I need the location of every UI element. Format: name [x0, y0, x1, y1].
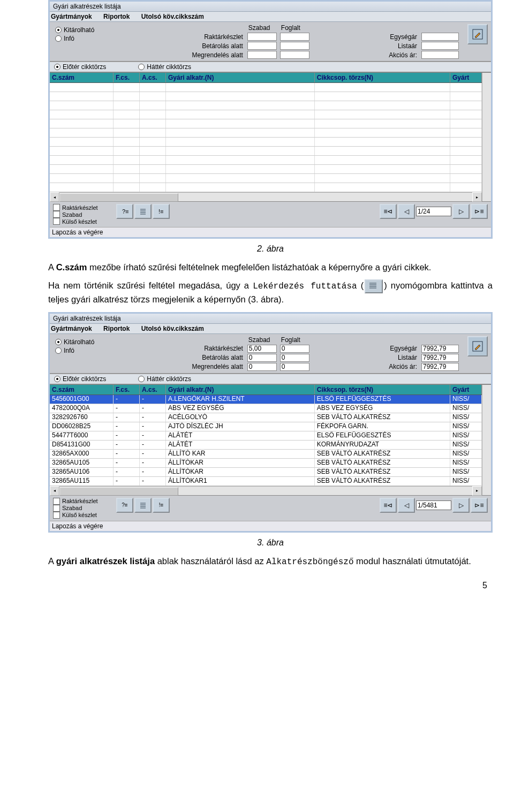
table-cell: - [114, 441, 140, 449]
input-meg-szabad[interactable] [247, 363, 277, 371]
col-gyart[interactable]: Gyárt [450, 385, 482, 394]
table-row[interactable]: D854131G00--ALÁTÉTKORMÁNYRUDAZATNISS/ [50, 441, 482, 450]
input-bet-foglalt[interactable] [280, 354, 309, 362]
label-listaar: Listaár [313, 42, 418, 50]
col-acs[interactable]: A.cs. [140, 385, 166, 394]
label-raktarkeszlet: Raktárkészlet [116, 33, 244, 41]
tab-eloter[interactable]: Előtér cikktörzs [54, 63, 106, 71]
input-akcios[interactable] [421, 363, 459, 371]
table-cell: ELSŐ FELFÜGGESZTÉS [315, 395, 450, 404]
radio-kitarolhato[interactable]: Kitárolható [55, 338, 106, 346]
prev-page-button[interactable]: ◁ [398, 204, 415, 219]
scroll-right-icon[interactable]: ▸ [472, 192, 482, 202]
run-query-button[interactable] [134, 204, 152, 219]
table-cell: 5456001G00 [50, 395, 114, 404]
input-egysegar[interactable] [421, 345, 459, 353]
chk-szabad[interactable]: Szabad [53, 211, 112, 218]
menu-item[interactable]: Gyártmányok [51, 13, 92, 20]
help-button[interactable]: ?≡ [116, 498, 133, 513]
tab-hatter[interactable]: Háttér cikktörzs [138, 375, 191, 383]
col-gyari[interactable]: Gyári alkatr.(N) [166, 385, 315, 394]
edit-button[interactable] [467, 24, 488, 44]
table-row[interactable]: 32865AU115--ÁLLÍTÓKAR1SEB VÁLTÓ ALKATRÉS… [50, 477, 482, 486]
next-page-button[interactable]: ▷ [452, 498, 470, 513]
prev-page-button[interactable]: ◁ [398, 498, 415, 513]
input-meg-foglalt[interactable] [280, 51, 309, 59]
page-indicator[interactable] [416, 500, 451, 510]
label-betarolas: Betárolás alatt [116, 354, 244, 361]
menu-item[interactable]: Utolsó köv.cikkszám [141, 13, 204, 20]
table-cell: 32865AU105 [50, 459, 114, 467]
input-akcios[interactable] [421, 51, 459, 59]
input-rk-foglalt[interactable] [280, 345, 309, 353]
input-bet-szabad[interactable] [247, 42, 277, 50]
horizontal-scrollbar[interactable]: ◂ ▸ [50, 192, 482, 201]
chk-kulso[interactable]: Külső készlet [53, 512, 112, 519]
table-row[interactable]: 4782000Q0A--ABS VEZ EGYSÉGABS VEZ EGYSÉG… [50, 404, 482, 413]
next-page-button[interactable]: ▷ [452, 204, 470, 219]
chk-kulso[interactable]: Külső készlet [53, 218, 112, 225]
chk-szabad[interactable]: Szabad [53, 505, 112, 512]
col-gyari[interactable]: Gyári alkatr.(N) [166, 73, 315, 82]
input-listaar[interactable] [421, 42, 459, 50]
scroll-left-icon[interactable]: ◂ [50, 486, 59, 496]
col-cikkcsop[interactable]: Cikkcsop. törzs(N) [315, 73, 450, 82]
menu-item[interactable]: Gyártmányok [51, 325, 92, 332]
radio-info[interactable]: Infó [55, 35, 106, 42]
input-meg-foglalt[interactable] [280, 363, 309, 371]
table-row[interactable]: 32865AU105--ÁLLÍTÓKARSEB VÁLTÓ ALKATRÉSZ… [50, 459, 482, 468]
input-rk-szabad[interactable] [247, 33, 277, 41]
table-cell: NISS/ [450, 413, 482, 422]
col-cszam[interactable]: C.szám [50, 385, 114, 394]
table-cell: NISS/ [450, 450, 482, 458]
last-page-button[interactable]: ⊳≡ [471, 498, 488, 513]
table-row[interactable]: 3282926760--ACÉLGOLYÓSEB VÁLTÓ ALKATRÉSZ… [50, 413, 482, 422]
col-cszam[interactable]: C.szám [50, 73, 114, 82]
prev-icon: ◁ [404, 208, 409, 215]
help-button[interactable]: ?≡ [116, 204, 133, 219]
input-rk-foglalt[interactable] [280, 33, 309, 41]
chk-raktarkeszlet[interactable]: Raktárkészlet [53, 204, 112, 211]
table-row[interactable]: 5456001G00--A.LENGŐKAR H.SZILENTELSŐ FEL… [50, 395, 482, 404]
radio-info[interactable]: Infó [55, 347, 106, 354]
menu-item[interactable]: Utolsó köv.cikkszám [141, 325, 204, 332]
tab-eloter[interactable]: Előtér cikktörzs [54, 375, 106, 383]
menu-item[interactable]: Riportok [103, 13, 130, 20]
table-row[interactable]: 54477T6000--ALÁTÉTELSŐ FELFÜGGESZTÉSNISS… [50, 431, 482, 441]
col-fcs[interactable]: F.cs. [114, 73, 140, 82]
input-listaar[interactable] [421, 354, 459, 362]
last-page-button[interactable]: ⊳≡ [471, 204, 488, 219]
table-cell: ALÁTÉT [166, 441, 315, 449]
first-page-button[interactable]: ≡⊲ [380, 204, 397, 219]
tab-hatter[interactable]: Háttér cikktörzs [138, 63, 191, 71]
page-indicator[interactable] [416, 207, 451, 216]
vertical-scrollbar[interactable] [482, 73, 491, 201]
list-alt-button[interactable]: !≡ [153, 498, 170, 513]
col-acs[interactable]: A.cs. [140, 73, 166, 82]
col-cikkcsop[interactable]: Cikkcsop. törzs(N) [315, 385, 450, 394]
window-figure-2: Gyári alkatrészek listája Gyártmányok Ri… [48, 312, 493, 533]
radio-kitarolhato[interactable]: Kitárolható [55, 26, 106, 34]
input-bet-szabad[interactable] [247, 354, 277, 362]
col-fcs[interactable]: F.cs. [114, 385, 140, 394]
input-egysegar[interactable] [421, 33, 459, 41]
list-alt-button[interactable]: !≡ [153, 204, 170, 219]
horizontal-scrollbar[interactable]: ◂ ▸ [50, 486, 482, 495]
table-cell: SEB VÁLTÓ ALKATRÉSZ [315, 450, 450, 458]
input-rk-szabad[interactable] [247, 345, 277, 353]
scroll-left-icon[interactable]: ◂ [50, 192, 59, 202]
table-row[interactable]: 32865AX000--ÁLLÍTÓ KARSEB VÁLTÓ ALKATRÉS… [50, 450, 482, 459]
vertical-scrollbar[interactable] [482, 385, 491, 495]
table-row[interactable]: 32865AU106--ÁLLÍTÓKARSEB VÁLTÓ ALKATRÉSZ… [50, 468, 482, 477]
chk-raktarkeszlet[interactable]: Raktárkészlet [53, 498, 112, 505]
first-page-button[interactable]: ≡⊲ [380, 498, 397, 513]
col-gyart[interactable]: Gyárt [450, 73, 482, 82]
run-query-button[interactable] [134, 498, 152, 513]
input-meg-szabad[interactable] [247, 51, 277, 59]
scroll-right-icon[interactable]: ▸ [472, 486, 482, 496]
menu-item[interactable]: Riportok [103, 325, 130, 332]
table-cell: ELSŐ FELFÜGGESZTÉS [315, 431, 450, 440]
edit-button[interactable] [467, 336, 488, 356]
input-bet-foglalt[interactable] [280, 42, 309, 50]
table-row[interactable]: DD06028B25--AJTÓ DÍSZLÉC JHFÉKPOFA GARN.… [50, 422, 482, 431]
